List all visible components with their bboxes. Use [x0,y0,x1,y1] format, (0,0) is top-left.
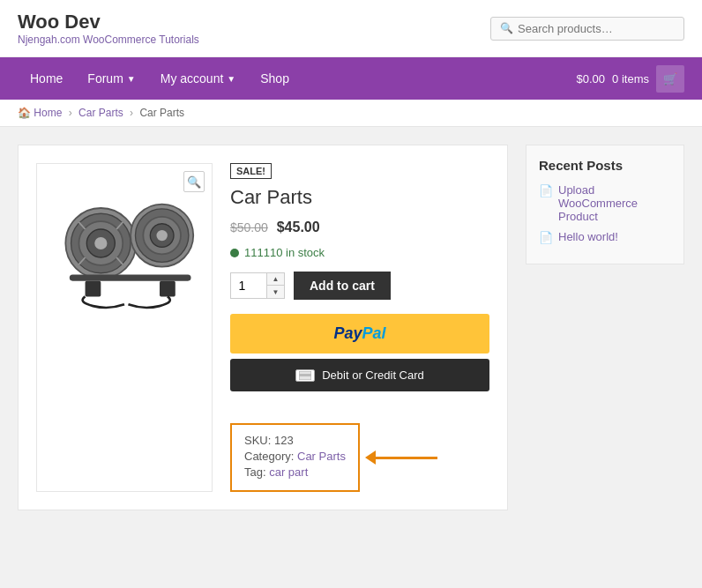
qty-cart-wrap: ▲ ▼ Add to cart [230,272,489,300]
nav-item-myaccount[interactable]: My account ▼ [148,57,249,100]
tag-label: Tag: [244,465,266,479]
list-item: 📄 Upload WooCommerce Product [539,183,671,223]
arrow-head [365,450,376,465]
site-title: Woo Dev [18,11,199,33]
stock-text: 111110 in stock [244,246,325,259]
debit-card-button[interactable]: Debit or Credit Card [230,359,489,391]
product-section: 🔍 [18,145,508,510]
site-tagline: Njengah.com WooCommerce Tutorials [18,33,199,46]
sale-badge: SALE! [230,163,272,179]
breadcrumb-car-parts-1[interactable]: Car Parts [78,107,123,119]
product-meta: SKU: 123 Category: Car Parts Tag: car pa… [230,423,360,492]
svg-rect-16 [160,281,176,297]
chevron-down-icon: ▼ [127,74,136,84]
home-icon: 🏠 [18,107,31,119]
price-wrap: $50.00 $45.00 [230,220,489,235]
product-title: Car Parts [230,186,489,209]
quantity-input-wrap: ▲ ▼ [230,272,285,299]
stock-dot [230,249,239,257]
sku-line: SKU: 123 [244,434,346,447]
qty-up-button[interactable]: ▲ [266,273,284,286]
search-input[interactable] [518,22,675,35]
quantity-input[interactable] [231,273,266,298]
nav-links: Home Forum ▼ My account ▼ Shop [18,57,302,100]
breadcrumb-current: Car Parts [139,107,184,119]
debit-label: Debit or Credit Card [322,368,424,382]
list-item: 📄 Hello world! [539,230,671,244]
breadcrumb-sep-2: › [130,107,133,119]
qty-down-button[interactable]: ▼ [266,286,284,298]
stock-info: 111110 in stock [230,246,489,259]
cart-icon: 🛒 [656,65,684,93]
post-icon: 📄 [539,231,553,244]
search-box[interactable]: 🔍 [490,17,684,41]
zoom-icon[interactable]: 🔍 [183,171,205,192]
breadcrumb-home[interactable]: Home [34,107,62,119]
price-sale: $45.00 [277,220,320,234]
site-header: Woo Dev Njengah.com WooCommerce Tutorial… [0,0,702,57]
cart-items-label: 0 items [612,72,649,86]
arrow-line [376,457,437,459]
sku-value: 123 [274,434,294,447]
svg-point-4 [94,237,107,249]
nav-cart[interactable]: $0.00 0 items 🛒 [577,65,684,93]
svg-rect-14 [70,275,191,281]
recent-posts-box: Recent Posts 📄 Upload WooCommerce Produc… [526,145,684,264]
post-link-1[interactable]: Upload WooCommerce Product [558,183,671,223]
nav-item-forum[interactable]: Forum ▼ [75,57,147,100]
main-content: 🔍 [0,127,702,528]
add-to-cart-button[interactable]: Add to cart [294,272,391,300]
product-image-wrap: 🔍 [36,163,213,492]
svg-point-13 [156,230,167,241]
sidebar: Recent Posts 📄 Upload WooCommerce Produc… [526,145,684,510]
paypal-button[interactable]: PayPal [230,314,489,354]
paypal-pal-label: Pal [362,324,386,342]
site-branding: Woo Dev Njengah.com WooCommerce Tutorial… [18,11,199,46]
sku-label: SKU: [244,434,271,447]
nav-item-home[interactable]: Home [18,57,75,100]
cart-total: $0.00 [577,72,606,86]
product-details: SALE! Car Parts $50.00 $45.00 111110 in … [230,163,489,492]
tag-line: Tag: car part [244,465,346,479]
category-line: Category: Car Parts [244,450,346,463]
category-label: Category: [244,450,294,463]
post-icon: 📄 [539,184,553,197]
search-icon: 🔍 [500,22,513,34]
price-original: $50.00 [230,220,268,234]
category-value[interactable]: Car Parts [297,450,346,463]
breadcrumb: 🏠 Home › Car Parts › Car Parts [0,100,702,127]
svg-rect-18 [299,374,311,376]
site-nav: Home Forum ▼ My account ▼ Shop $0.00 0 i… [0,57,702,100]
product-layout: 🔍 [36,163,489,492]
recent-posts-title: Recent Posts [539,158,671,173]
qty-buttons: ▲ ▼ [266,273,284,298]
post-link-2[interactable]: Hello world! [558,230,618,243]
tag-value[interactable]: car part [269,465,308,479]
svg-rect-15 [86,281,101,297]
nav-item-shop[interactable]: Shop [248,57,302,100]
arrow-annotation [365,450,437,465]
credit-card-icon [295,369,315,382]
paypal-pay-label: Pay [333,324,362,342]
chevron-down-icon: ▼ [227,74,235,84]
breadcrumb-sep: › [69,107,72,119]
product-image [46,173,203,314]
